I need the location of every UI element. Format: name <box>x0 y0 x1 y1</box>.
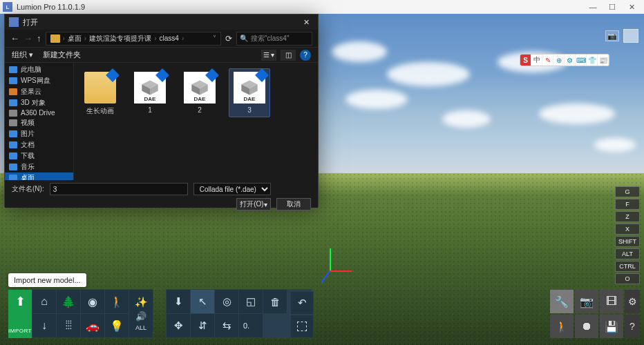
crumb[interactable]: class4 <box>160 34 179 42</box>
dialog-footer: 文件名(N): Collada file (*.dae) 打开(O) ▾ 取消 <box>5 180 318 208</box>
new-folder-button[interactable]: 新建文件夹 <box>43 50 81 60</box>
tree-node[interactable]: 桌面 <box>5 172 73 180</box>
key-hint: Z <box>615 211 640 222</box>
tree-circle-tool[interactable]: ◉ <box>81 290 104 313</box>
crumb[interactable]: 桌面 <box>68 34 82 43</box>
ime-settings-icon[interactable]: ⚙ <box>565 55 576 66</box>
filetype-select[interactable]: Collada file (*.dae) <box>193 183 271 195</box>
nature-tool[interactable]: ⌂ <box>32 290 56 313</box>
key-hint: O <box>615 273 640 284</box>
tree-node-label: A360 Drive <box>21 109 55 117</box>
tree-node[interactable]: 文档 <box>5 139 73 150</box>
import-category[interactable]: ⬆ IMPORT <box>8 290 32 338</box>
build-mode-button[interactable]: 🔧 <box>550 290 574 313</box>
organize-menu[interactable]: 组织 ▾ <box>12 50 33 60</box>
move-horiz-tool[interactable]: ⇆ <box>215 314 238 337</box>
photo-mode-button[interactable]: 📷 <box>575 290 598 313</box>
window-minimize-button[interactable]: — <box>583 0 603 14</box>
record-button[interactable]: ⏺ <box>575 315 598 338</box>
dialog-close-button[interactable]: ✕ <box>299 16 314 28</box>
dialog-title-bar[interactable]: 打开 ✕ <box>5 14 318 30</box>
tree-node-label: 图片 <box>21 129 35 139</box>
tree-node-label: 文档 <box>21 140 35 150</box>
file-item[interactable]: DAE1 <box>129 68 171 117</box>
dialog-help-button[interactable]: ? <box>300 50 311 61</box>
search-input[interactable]: 🔍 搜索"class4" <box>236 32 312 46</box>
tree-node-icon <box>9 130 17 137</box>
tree-node[interactable]: 3D 对象 <box>5 97 73 108</box>
nav-refresh-button[interactable]: ⟳ <box>225 34 232 43</box>
select-tool[interactable]: ↖ <box>191 290 214 313</box>
crumb-dropdown-icon[interactable]: ˅ <box>213 34 216 42</box>
file-name: 2 <box>198 106 202 114</box>
nav-up-button[interactable]: ↑ <box>37 33 41 43</box>
window-close-button[interactable]: ✕ <box>622 0 641 14</box>
preview-pane-button[interactable]: ◫ <box>281 50 296 61</box>
settings-button[interactable]: ⚙ <box>625 290 640 313</box>
fx-all-tool[interactable]: ✨ 🔊 ALL <box>129 290 153 337</box>
place-tool[interactable]: ⬇ <box>167 290 190 313</box>
ime-skin-icon[interactable]: 👕 <box>587 55 598 66</box>
tree-node[interactable]: 视频 <box>5 117 73 128</box>
file-list[interactable]: 生长动画DAE1DAE2DAE3 <box>74 63 318 180</box>
import-label: IMPORT <box>8 328 32 334</box>
tree-node[interactable]: 坚果云 <box>5 86 73 97</box>
mode-panel: 🔧 📷 🎞 ⚙ 🚶 ⏺ 💾 ? <box>550 290 640 338</box>
undo-button[interactable]: ↶ <box>290 291 314 315</box>
ime-news-icon[interactable]: 📰 <box>598 55 609 66</box>
tree-node[interactable]: 音乐 <box>5 161 73 172</box>
tree-node-icon <box>9 99 17 106</box>
help-button[interactable]: ? <box>625 315 640 338</box>
delete-tool[interactable]: 🗑 <box>263 290 287 313</box>
breadcrumb[interactable]: › 桌面 › 建筑渲染专项提升课 › class4 › ˅ <box>46 32 222 46</box>
import-icon: ⬆ <box>12 294 28 309</box>
tree-node[interactable]: 此电脑 <box>5 64 73 75</box>
view-mode-button[interactable]: ☰ ▾ <box>261 50 276 61</box>
person-mode-button[interactable]: 🚶 <box>550 315 574 338</box>
cancel-button[interactable]: 取消 <box>276 198 311 210</box>
person-walk-tool[interactable]: 🚶 <box>105 290 129 313</box>
move-xyz-tool[interactable]: ✥ <box>167 314 190 337</box>
file-item[interactable]: 生长动画 <box>79 68 121 119</box>
movie-mode-button[interactable]: 🎞 <box>600 290 623 313</box>
ime-lang-button[interactable]: 中 <box>531 55 542 66</box>
tree-node[interactable]: A360 Drive <box>5 108 73 117</box>
context-tool[interactable]: ◎ <box>215 290 238 313</box>
ime-add-icon[interactable]: ⊕ <box>553 55 565 66</box>
light-tool[interactable]: 💡 <box>105 314 129 337</box>
folder-tree[interactable]: 此电脑WPS网盘坚果云3D 对象A360 Drive视频图片文档下载音乐桌面OS… <box>5 63 74 180</box>
view-mode-icon[interactable] <box>623 29 638 43</box>
arrow-down-tool[interactable]: ↓ <box>32 314 56 337</box>
window-maximize-button[interactable]: ☐ <box>603 0 622 14</box>
camera-icon[interactable]: 📷 <box>605 30 619 41</box>
crumb[interactable]: 建筑渲染专项提升课 <box>89 34 151 43</box>
car-tool[interactable]: 🚗 <box>81 314 104 337</box>
move-vert-tool[interactable]: ⇵ <box>191 314 214 337</box>
open-button[interactable]: 打开(O) ▾ <box>236 198 271 210</box>
tree-node-label: 坚果云 <box>21 87 41 97</box>
tree-node[interactable]: 图片 <box>5 128 73 139</box>
tree-node[interactable]: WPS网盘 <box>5 75 73 86</box>
axis-value-readout[interactable]: 0. <box>239 314 263 337</box>
file-name: 生长动画 <box>86 106 114 116</box>
save-button[interactable]: 💾 <box>600 315 623 338</box>
nav-forward-button[interactable]: → <box>23 33 32 43</box>
nav-back-button[interactable]: ← <box>10 33 19 43</box>
file-item[interactable]: DAE3 <box>229 68 270 117</box>
tree-node-icon <box>9 110 17 117</box>
ime-float-bar[interactable]: S 中 ✎ ⊕ ⚙ ⌨ 👕 📰 <box>520 54 609 66</box>
marquee-select-button[interactable] <box>290 315 314 338</box>
dae-thumb-icon: DAE <box>234 72 265 103</box>
tree-node-label: WPS网盘 <box>21 76 50 86</box>
tree-node[interactable]: 下载 <box>5 150 73 161</box>
fence-tool[interactable]: ⦙⦙⦙ <box>57 314 80 337</box>
filename-input[interactable] <box>50 183 188 195</box>
ime-edit-icon[interactable]: ✎ <box>542 55 553 66</box>
tree-node-icon <box>9 152 17 159</box>
file-item[interactable]: DAE2 <box>179 68 220 117</box>
ime-keyboard-icon[interactable]: ⌨ <box>576 55 587 66</box>
tree-node-label: 视频 <box>21 118 35 128</box>
scale-tool[interactable]: ◱ <box>239 290 263 313</box>
tree-tool[interactable]: 🌲 <box>57 290 80 313</box>
dialog-title: 打开 <box>23 17 38 28</box>
